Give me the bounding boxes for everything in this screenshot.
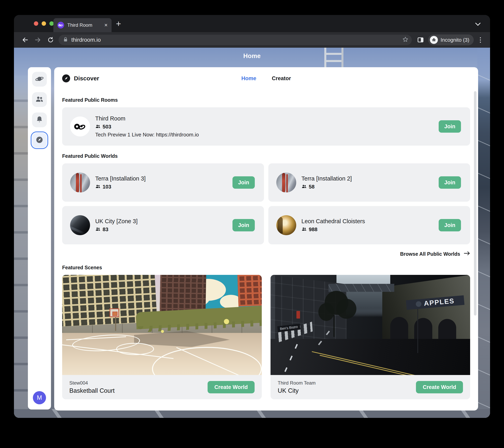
- scene-author: Stew004: [69, 380, 115, 386]
- room-avatar: [70, 117, 90, 136]
- tab-search-chevron-icon[interactable]: [475, 22, 481, 27]
- forward-icon[interactable]: [32, 36, 44, 43]
- scene-name: Basketball Court: [69, 387, 115, 394]
- compass-icon: [35, 136, 44, 145]
- world-name: UK City [Zone 3]: [95, 218, 138, 225]
- tab-title: Third Room: [67, 22, 101, 28]
- background-scene-right: [477, 48, 490, 418]
- reload-icon[interactable]: [44, 37, 57, 43]
- people-icon: [35, 95, 44, 104]
- members-icon: [301, 226, 307, 233]
- panel-scrollbar[interactable]: [474, 91, 477, 315]
- create-world-button[interactable]: Create World: [208, 381, 255, 393]
- bookmark-star-icon[interactable]: [402, 36, 409, 43]
- join-world-button[interactable]: Join: [439, 219, 461, 231]
- discover-compass-icon: [62, 74, 70, 82]
- world-member-count: 103: [103, 184, 111, 190]
- minimize-window-button[interactable]: [42, 21, 46, 26]
- incognito-label: Incognito (3): [440, 37, 469, 43]
- scene-card-uk-city[interactable]: APPLES Ben's Bistro Third Room Team UK C…: [270, 275, 470, 399]
- join-room-button[interactable]: Join: [439, 120, 461, 133]
- room-description: Tech Preview 1 Live Now: https://thirdro…: [95, 132, 199, 138]
- side-panel-icon[interactable]: [415, 37, 426, 43]
- new-tab-button[interactable]: +: [116, 19, 121, 28]
- user-avatar[interactable]: M: [33, 391, 46, 404]
- discover-header: Discover Home Creator: [62, 67, 470, 90]
- tab-strip: Third Room × +: [14, 15, 490, 32]
- world-name: Terra [Installation 2]: [301, 175, 352, 182]
- incognito-badge[interactable]: Incognito (3): [428, 35, 474, 45]
- world-name: Leon Cathedral Cloisters: [301, 218, 365, 225]
- sidebar-item-discover[interactable]: [32, 133, 47, 148]
- lock-icon: [63, 37, 68, 43]
- incognito-spy-icon: [430, 36, 438, 44]
- sidebar-item-friends[interactable]: [32, 92, 47, 107]
- world-card-uk-city-zone3[interactable]: UK City [Zone 3] 83 Join: [62, 206, 264, 244]
- tab-home[interactable]: Home: [241, 75, 256, 82]
- apple-logo-icon: [415, 301, 422, 307]
- create-world-button[interactable]: Create World: [416, 381, 463, 393]
- discover-panel: Discover Home Creator Featured Public Ro…: [54, 67, 478, 410]
- scene-card-basketball-court[interactable]: Stew004 Basketball Court Create World: [62, 275, 262, 399]
- discover-tabs: Home Creator: [241, 67, 291, 90]
- window-controls: [34, 21, 54, 26]
- browser-tab[interactable]: Third Room ×: [54, 18, 111, 32]
- worlds-grid: Terra [Installation 3] 103 Join: [62, 163, 470, 244]
- join-world-button[interactable]: Join: [439, 176, 461, 189]
- url-text: thirdroom.io: [71, 37, 101, 43]
- browse-all-worlds-link[interactable]: Browse All Public Worlds: [62, 251, 470, 257]
- world-member-count: 83: [103, 226, 108, 233]
- thirdroom-favicon: [57, 22, 64, 29]
- scenes-grid: Stew004 Basketball Court Create World: [62, 275, 470, 399]
- discover-brand: Discover: [62, 74, 99, 82]
- scene-footer: Third Room Team UK City Create World: [270, 375, 470, 399]
- back-icon[interactable]: [19, 36, 32, 43]
- sidebar-item-worlds[interactable]: [32, 72, 47, 87]
- browser-menu-icon[interactable]: [475, 37, 485, 43]
- scenes-heading: Featured Scenes: [62, 265, 470, 271]
- scene-author: Third Room Team: [278, 380, 316, 386]
- scene-footer: Stew004 Basketball Court Create World: [62, 375, 262, 399]
- world-card-leon-cathedral[interactable]: Leon Cathedral Cloisters 988 Join: [268, 206, 470, 244]
- room-card-third-room[interactable]: Third Room 503 Tech Preview 1 Live Now: …: [62, 107, 470, 146]
- maximize-window-button[interactable]: [49, 21, 54, 26]
- join-world-button[interactable]: Join: [233, 219, 255, 231]
- close-window-button[interactable]: [34, 21, 38, 26]
- members-icon: [95, 226, 101, 233]
- page-title: Home: [14, 53, 490, 60]
- room-name: Third Room: [95, 115, 199, 122]
- tab-creator[interactable]: Creator: [272, 75, 291, 82]
- sidebar: M: [28, 67, 51, 409]
- arrow-right-icon: [464, 251, 470, 257]
- world-card-terra-2[interactable]: Terra [Installation 2] 58 Join: [268, 163, 470, 202]
- bell-icon: [36, 116, 43, 124]
- page-background: Home M: [14, 48, 490, 418]
- world-avatar: [276, 215, 296, 235]
- scene-preview-basketball-court: [62, 275, 262, 375]
- world-member-count: 58: [309, 184, 315, 190]
- sidebar-item-notifications[interactable]: [32, 113, 47, 127]
- world-avatar: [70, 173, 90, 193]
- rooms-heading: Featured Public Rooms: [62, 97, 470, 103]
- world-avatar: [70, 215, 90, 235]
- members-icon: [95, 124, 101, 130]
- background-scene-left: [14, 76, 28, 418]
- tab-close-icon[interactable]: ×: [104, 22, 108, 28]
- worlds-heading: Featured Public Worlds: [62, 153, 470, 159]
- world-member-count: 988: [309, 226, 317, 233]
- scene-name: UK City: [278, 387, 316, 394]
- browse-all-worlds-label: Browse All Public Worlds: [400, 251, 460, 257]
- members-icon: [301, 184, 307, 190]
- address-bar[interactable]: thirdroom.io: [59, 35, 412, 45]
- join-world-button[interactable]: Join: [233, 176, 255, 189]
- discover-title: Discover: [74, 75, 99, 82]
- world-card-terra-3[interactable]: Terra [Installation 3] 103 Join: [62, 163, 264, 202]
- world-avatar: [276, 173, 296, 193]
- members-icon: [95, 184, 101, 190]
- planet-icon: [35, 74, 44, 84]
- room-member-count: 503: [103, 124, 111, 130]
- world-name: Terra [Installation 3]: [95, 175, 146, 182]
- browser-window: Third Room × + thirdroom.io: [14, 15, 490, 418]
- scene-preview-uk-city: APPLES Ben's Bistro: [270, 275, 470, 375]
- browser-toolbar: thirdroom.io Incognito (3): [14, 32, 490, 48]
